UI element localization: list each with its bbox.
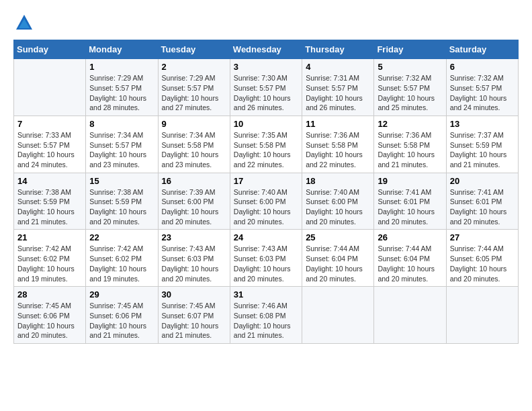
calendar-cell: 27Sunrise: 7:44 AM Sunset: 6:05 PM Dayli… xyxy=(446,230,518,287)
day-number: 9 xyxy=(162,119,226,129)
day-number: 7 xyxy=(17,119,82,129)
day-info: Sunrise: 7:42 AM Sunset: 6:02 PM Dayligh… xyxy=(17,244,82,283)
day-info: Sunrise: 7:34 AM Sunset: 5:58 PM Dayligh… xyxy=(162,130,226,170)
calendar-header-row: SundayMondayTuesdayWednesdayThursdayFrid… xyxy=(14,40,519,59)
day-info: Sunrise: 7:38 AM Sunset: 5:59 PM Dayligh… xyxy=(17,187,82,227)
calendar-cell: 9Sunrise: 7:34 AM Sunset: 5:58 PM Daylig… xyxy=(158,116,230,173)
day-info: Sunrise: 7:29 AM Sunset: 5:57 PM Dayligh… xyxy=(162,73,226,113)
calendar-cell: 7Sunrise: 7:33 AM Sunset: 5:57 PM Daylig… xyxy=(14,116,86,173)
day-info: Sunrise: 7:35 AM Sunset: 5:58 PM Dayligh… xyxy=(234,130,298,170)
day-number: 20 xyxy=(450,176,515,186)
day-number: 23 xyxy=(162,232,226,242)
weekday-header: Saturday xyxy=(446,40,518,59)
day-number: 12 xyxy=(378,119,442,129)
calendar-cell xyxy=(446,287,518,344)
day-info: Sunrise: 7:41 AM Sunset: 6:01 PM Dayligh… xyxy=(378,187,442,227)
day-info: Sunrise: 7:45 AM Sunset: 6:06 PM Dayligh… xyxy=(89,301,154,340)
day-info: Sunrise: 7:44 AM Sunset: 6:04 PM Dayligh… xyxy=(378,244,442,283)
calendar-cell: 11Sunrise: 7:36 AM Sunset: 5:58 PM Dayli… xyxy=(302,116,374,173)
day-number: 26 xyxy=(378,232,442,242)
day-number: 22 xyxy=(89,232,154,242)
day-info: Sunrise: 7:44 AM Sunset: 6:04 PM Dayligh… xyxy=(306,244,370,283)
day-number: 1 xyxy=(89,62,154,72)
calendar-week-row: 14Sunrise: 7:38 AM Sunset: 5:59 PM Dayli… xyxy=(14,173,519,230)
calendar-cell: 28Sunrise: 7:45 AM Sunset: 6:06 PM Dayli… xyxy=(14,287,86,344)
calendar-cell: 24Sunrise: 7:43 AM Sunset: 6:03 PM Dayli… xyxy=(230,230,302,287)
calendar-week-row: 7Sunrise: 7:33 AM Sunset: 5:57 PM Daylig… xyxy=(14,116,519,173)
weekday-header: Thursday xyxy=(302,40,374,59)
day-info: Sunrise: 7:34 AM Sunset: 5:57 PM Dayligh… xyxy=(89,130,154,170)
day-info: Sunrise: 7:42 AM Sunset: 6:02 PM Dayligh… xyxy=(89,244,154,283)
day-info: Sunrise: 7:39 AM Sunset: 6:00 PM Dayligh… xyxy=(162,187,226,227)
day-number: 11 xyxy=(306,119,370,129)
day-number: 10 xyxy=(234,119,298,129)
calendar-cell: 14Sunrise: 7:38 AM Sunset: 5:59 PM Dayli… xyxy=(14,173,86,230)
weekday-header: Sunday xyxy=(14,40,86,59)
day-info: Sunrise: 7:43 AM Sunset: 6:03 PM Dayligh… xyxy=(234,244,298,283)
calendar-cell: 17Sunrise: 7:40 AM Sunset: 6:00 PM Dayli… xyxy=(230,173,302,230)
calendar-cell: 15Sunrise: 7:38 AM Sunset: 5:59 PM Dayli… xyxy=(86,173,158,230)
calendar-cell: 13Sunrise: 7:37 AM Sunset: 5:59 PM Dayli… xyxy=(446,116,518,173)
day-number: 8 xyxy=(89,119,154,129)
calendar-week-row: 28Sunrise: 7:45 AM Sunset: 6:06 PM Dayli… xyxy=(14,287,519,344)
day-number: 25 xyxy=(306,232,370,242)
logo-icon xyxy=(15,13,34,32)
calendar-cell xyxy=(374,287,446,344)
weekday-header: Wednesday xyxy=(230,40,302,59)
calendar-cell: 26Sunrise: 7:44 AM Sunset: 6:04 PM Dayli… xyxy=(374,230,446,287)
calendar-cell: 23Sunrise: 7:43 AM Sunset: 6:03 PM Dayli… xyxy=(158,230,230,287)
calendar-cell: 25Sunrise: 7:44 AM Sunset: 6:04 PM Dayli… xyxy=(302,230,374,287)
calendar-table: SundayMondayTuesdayWednesdayThursdayFrid… xyxy=(13,40,519,344)
calendar-cell: 6Sunrise: 7:32 AM Sunset: 5:57 PM Daylig… xyxy=(446,59,518,116)
calendar-week-row: 1Sunrise: 7:29 AM Sunset: 5:57 PM Daylig… xyxy=(14,59,519,116)
day-info: Sunrise: 7:44 AM Sunset: 6:05 PM Dayligh… xyxy=(450,244,515,283)
day-number: 18 xyxy=(306,176,370,186)
calendar-cell: 3Sunrise: 7:30 AM Sunset: 5:57 PM Daylig… xyxy=(230,59,302,116)
day-info: Sunrise: 7:31 AM Sunset: 5:57 PM Dayligh… xyxy=(306,73,370,113)
calendar-cell: 16Sunrise: 7:39 AM Sunset: 6:00 PM Dayli… xyxy=(158,173,230,230)
calendar-cell: 12Sunrise: 7:36 AM Sunset: 5:58 PM Dayli… xyxy=(374,116,446,173)
day-number: 27 xyxy=(450,232,515,242)
day-info: Sunrise: 7:45 AM Sunset: 6:06 PM Dayligh… xyxy=(17,301,82,340)
calendar-cell: 8Sunrise: 7:34 AM Sunset: 5:57 PM Daylig… xyxy=(86,116,158,173)
weekday-header: Monday xyxy=(86,40,158,59)
day-info: Sunrise: 7:30 AM Sunset: 5:57 PM Dayligh… xyxy=(234,73,298,113)
calendar-cell xyxy=(14,59,86,116)
day-info: Sunrise: 7:40 AM Sunset: 6:00 PM Dayligh… xyxy=(306,187,370,227)
calendar-cell: 19Sunrise: 7:41 AM Sunset: 6:01 PM Dayli… xyxy=(374,173,446,230)
day-number: 19 xyxy=(378,176,442,186)
day-number: 13 xyxy=(450,119,515,129)
day-number: 28 xyxy=(17,289,82,300)
day-number: 4 xyxy=(306,62,370,72)
logo xyxy=(13,13,34,33)
day-info: Sunrise: 7:32 AM Sunset: 5:57 PM Dayligh… xyxy=(378,73,442,113)
weekday-header: Friday xyxy=(374,40,446,59)
day-number: 29 xyxy=(89,289,154,300)
day-info: Sunrise: 7:29 AM Sunset: 5:57 PM Dayligh… xyxy=(89,73,154,113)
day-number: 5 xyxy=(378,62,442,72)
day-info: Sunrise: 7:37 AM Sunset: 5:59 PM Dayligh… xyxy=(450,130,515,170)
day-info: Sunrise: 7:41 AM Sunset: 6:01 PM Dayligh… xyxy=(450,187,515,227)
day-info: Sunrise: 7:36 AM Sunset: 5:58 PM Dayligh… xyxy=(378,130,442,170)
day-info: Sunrise: 7:43 AM Sunset: 6:03 PM Dayligh… xyxy=(162,244,226,283)
day-number: 21 xyxy=(17,232,82,242)
calendar-cell xyxy=(302,287,374,344)
day-info: Sunrise: 7:32 AM Sunset: 5:57 PM Dayligh… xyxy=(450,73,515,113)
calendar-cell: 29Sunrise: 7:45 AM Sunset: 6:06 PM Dayli… xyxy=(86,287,158,344)
day-info: Sunrise: 7:36 AM Sunset: 5:58 PM Dayligh… xyxy=(306,130,370,170)
day-info: Sunrise: 7:46 AM Sunset: 6:08 PM Dayligh… xyxy=(234,301,298,340)
day-info: Sunrise: 7:40 AM Sunset: 6:00 PM Dayligh… xyxy=(234,187,298,227)
day-number: 24 xyxy=(234,232,298,242)
day-number: 17 xyxy=(234,176,298,186)
day-number: 31 xyxy=(234,289,298,300)
day-number: 16 xyxy=(162,176,226,186)
calendar-cell: 18Sunrise: 7:40 AM Sunset: 6:00 PM Dayli… xyxy=(302,173,374,230)
calendar-cell: 4Sunrise: 7:31 AM Sunset: 5:57 PM Daylig… xyxy=(302,59,374,116)
calendar-cell: 31Sunrise: 7:46 AM Sunset: 6:08 PM Dayli… xyxy=(230,287,302,344)
day-info: Sunrise: 7:33 AM Sunset: 5:57 PM Dayligh… xyxy=(17,130,82,170)
day-number: 3 xyxy=(234,62,298,72)
day-info: Sunrise: 7:38 AM Sunset: 5:59 PM Dayligh… xyxy=(89,187,154,227)
day-number: 15 xyxy=(89,176,154,186)
day-number: 2 xyxy=(162,62,226,72)
calendar-cell: 5Sunrise: 7:32 AM Sunset: 5:57 PM Daylig… xyxy=(374,59,446,116)
